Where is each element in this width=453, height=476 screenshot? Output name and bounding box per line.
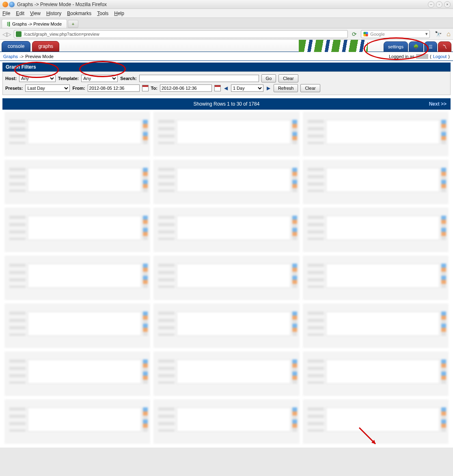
template-select[interactable]: Any	[81, 75, 118, 82]
template-label: Template:	[58, 76, 79, 81]
graph-thumb[interactable]	[5, 112, 150, 156]
menu-history[interactable]: History	[46, 11, 61, 16]
go-button[interactable]: Go	[261, 74, 276, 82]
graph-thumb[interactable]	[5, 256, 150, 300]
firefox-icon	[2, 2, 8, 7]
reload-button[interactable]: ⟳	[350, 31, 358, 37]
from-calendar-icon[interactable]	[142, 85, 149, 91]
graph-thumb[interactable]	[154, 208, 299, 252]
graph-grid	[2, 110, 451, 446]
tab-settings[interactable]: settings	[384, 41, 408, 52]
presets-select[interactable]: Last Day	[25, 84, 70, 92]
back-button[interactable]: ◁▷	[2, 30, 11, 38]
maximize-button[interactable]: ◦	[436, 1, 442, 8]
graph-thumb[interactable]	[303, 352, 448, 396]
presets-label: Presets:	[5, 86, 23, 91]
paren-close: )	[448, 54, 450, 59]
browser-tabbar: |‖ Graphs -> Preview Mode +	[0, 18, 453, 28]
new-tab-button[interactable]: +	[68, 20, 78, 28]
host-label: Host:	[5, 76, 17, 81]
from-input[interactable]	[88, 84, 140, 92]
tab-console[interactable]: console	[2, 41, 30, 52]
close-button[interactable]: ×	[444, 1, 451, 8]
to-label: To:	[151, 86, 157, 91]
list-view-icon[interactable]: ☰	[424, 41, 437, 52]
search-placeholder: Google	[370, 32, 384, 37]
breadcrumb-graphs[interactable]: Graphs	[3, 54, 18, 59]
browser-tab[interactable]: |‖ Graphs -> Preview Mode	[2, 19, 67, 28]
graph-thumb[interactable]	[5, 160, 150, 204]
menu-bookmarks[interactable]: Bookmarks	[67, 11, 91, 16]
graph-thumb[interactable]	[5, 352, 150, 396]
logout-link[interactable]: Logout	[433, 54, 447, 59]
breadcrumb-sep: ->	[19, 54, 24, 59]
graph-thumb[interactable]	[303, 160, 448, 204]
login-status: Logged in as (Logout)	[389, 54, 450, 59]
graph-thumb[interactable]	[154, 112, 299, 156]
cacti-logo-stripes	[299, 40, 368, 52]
clear-search-button[interactable]: Clear	[278, 74, 298, 82]
url-text: /cacti/graph_view.php?action=preview	[24, 32, 99, 37]
search-label: Search:	[120, 76, 136, 81]
cacti-header: console graphs settings 🌳 ☰ 〽	[0, 40, 453, 52]
menu-view[interactable]: View	[30, 11, 41, 16]
next-link[interactable]: Next >>	[429, 101, 447, 107]
shift-right-button[interactable]: ▶	[266, 85, 271, 91]
graph-thumb[interactable]	[5, 400, 150, 444]
window-titlebar: Graphs -> Preview Mode - Mozilla Firefox…	[0, 0, 453, 9]
menu-edit[interactable]: Edit	[16, 11, 24, 16]
view-mode-tabs: settings 🌳 ☰ 〽	[384, 41, 451, 52]
from-label: From:	[72, 86, 85, 91]
graph-thumb[interactable]	[303, 256, 448, 300]
refresh-button[interactable]: Refresh	[274, 84, 298, 92]
graph-thumb[interactable]	[154, 400, 299, 444]
preview-view-icon[interactable]: 〽	[438, 41, 451, 52]
home-button[interactable]: ⌂	[447, 30, 451, 38]
tab-graphs[interactable]: graphs	[32, 41, 59, 52]
filters-panel: Host: Any Template: Any Search: Go Clear…	[2, 71, 451, 95]
tree-view-icon[interactable]: 🌳	[409, 41, 423, 52]
menubar: File Edit View History Bookmarks Tools H…	[0, 9, 453, 18]
timespan-select[interactable]: 1 Day	[231, 84, 263, 92]
to-input[interactable]	[160, 84, 212, 92]
login-user	[416, 54, 428, 59]
graph-thumb[interactable]	[154, 160, 299, 204]
graph-thumb[interactable]	[154, 256, 299, 300]
to-calendar-icon[interactable]	[214, 85, 221, 91]
google-icon	[364, 32, 368, 36]
site-identity-icon	[16, 31, 22, 37]
annotation-arrow	[357, 426, 382, 450]
graph-thumb[interactable]	[303, 304, 448, 348]
menu-tools[interactable]: Tools	[97, 11, 108, 16]
binoculars-icon[interactable]: 🔭	[435, 31, 442, 37]
breadcrumb: Graphs -> Preview Mode Logged in as (Log…	[0, 52, 453, 61]
cacti-app: console graphs settings 🌳 ☰ 〽 Graphs -> …	[0, 40, 453, 448]
cacti-icon: |‖	[7, 21, 11, 26]
graph-thumb[interactable]	[303, 208, 448, 252]
breadcrumb-current: Preview Mode	[25, 54, 54, 59]
search-field[interactable]: Google ▾	[361, 30, 430, 38]
app-body: Graph Filters Host: Any Template: Any Se…	[0, 61, 453, 448]
graph-thumb[interactable]	[154, 352, 299, 396]
graph-thumb[interactable]	[5, 304, 150, 348]
globe-icon	[9, 2, 15, 7]
graph-thumb[interactable]	[5, 208, 150, 252]
menu-help[interactable]: Help	[114, 11, 124, 16]
menu-file[interactable]: File	[2, 11, 10, 16]
results-text: Showing Rows 1 to 30 of 1784	[194, 101, 260, 107]
host-select[interactable]: Any	[19, 75, 56, 82]
results-bar: Showing Rows 1 to 30 of 1784 Next >>	[2, 98, 451, 110]
tab-label: Graphs -> Preview Mode	[12, 22, 62, 26]
search-input[interactable]	[139, 75, 259, 82]
graph-thumb[interactable]	[154, 304, 299, 348]
graph-thumb[interactable]	[303, 112, 448, 156]
login-prefix: Logged in as	[389, 54, 414, 59]
window-title: Graphs -> Preview Mode - Mozilla Firefox	[17, 2, 426, 7]
minimize-button[interactable]: –	[428, 1, 434, 8]
url-toolbar: ◁▷ /cacti/graph_view.php?action=preview …	[0, 28, 453, 40]
paren-open: (	[430, 54, 431, 59]
url-field[interactable]: /cacti/graph_view.php?action=preview	[14, 30, 348, 38]
filters-title: Graph Filters	[2, 63, 451, 71]
clear-time-button[interactable]: Clear	[300, 84, 320, 92]
shift-left-button[interactable]: ◀	[223, 85, 229, 91]
